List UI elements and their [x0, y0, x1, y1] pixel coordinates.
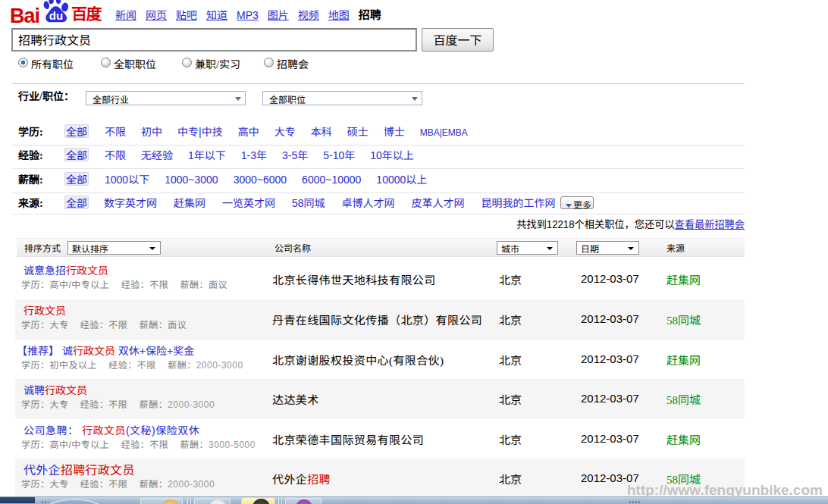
svg-text:du: du	[49, 9, 63, 22]
